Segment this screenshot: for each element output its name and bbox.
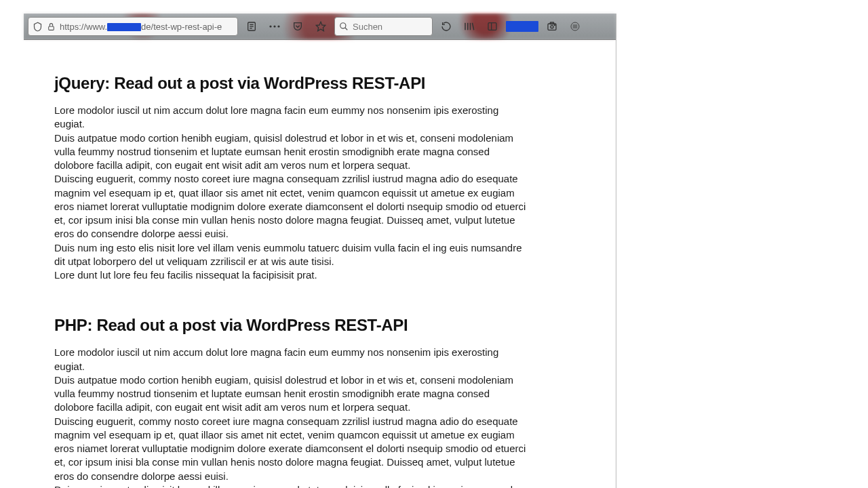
- svg-marker-8: [316, 22, 325, 30]
- library-icon[interactable]: [460, 17, 479, 36]
- search-input[interactable]: [353, 22, 428, 32]
- post-body: Lore modolor iuscil ut nim accum dolut l…: [54, 104, 529, 282]
- svg-point-9: [340, 23, 346, 28]
- sidebar-icon[interactable]: [483, 17, 502, 36]
- svg-line-14: [473, 23, 474, 30]
- svg-point-20: [554, 24, 555, 25]
- page-content: jQuery: Read out a post via WordPress RE…: [24, 40, 616, 488]
- reader-mode-icon[interactable]: [242, 17, 261, 36]
- svg-point-7: [277, 25, 279, 27]
- overflow-menu-icon[interactable]: [566, 17, 585, 36]
- bookmark-star-icon[interactable]: [311, 17, 330, 36]
- page-actions-icon[interactable]: [265, 17, 284, 36]
- svg-rect-15: [488, 23, 496, 30]
- post-title: jQuery: Read out a post via WordPress RE…: [54, 74, 529, 93]
- svg-rect-0: [49, 26, 54, 29]
- svg-line-10: [345, 28, 348, 30]
- lock-icon: [47, 22, 56, 31]
- screenshot-icon[interactable]: [542, 17, 561, 36]
- search-bar[interactable]: [334, 17, 433, 36]
- pocket-icon[interactable]: [288, 17, 307, 36]
- reload-icon[interactable]: [437, 17, 456, 36]
- svg-point-6: [273, 25, 275, 27]
- post-body: Lore modolor iuscil ut nim accum dolut l…: [54, 346, 529, 488]
- shield-icon[interactable]: [33, 22, 43, 32]
- browser-toolbar: https://www.de/test-wp-rest-api-e: [24, 14, 616, 40]
- redacted-toolbar-item: [506, 21, 538, 32]
- redacted-segment: [107, 23, 141, 31]
- search-icon: [339, 22, 349, 31]
- url-bar[interactable]: https://www.de/test-wp-rest-api-e: [28, 17, 238, 36]
- svg-point-18: [551, 26, 553, 28]
- url-text: https://www.de/test-wp-rest-api-e: [60, 22, 233, 32]
- post-title: PHP: Read out a post via WordPress REST-…: [54, 316, 529, 335]
- post-block-php: PHP: Read out a post via WordPress REST-…: [54, 316, 529, 488]
- svg-point-5: [269, 25, 271, 27]
- browser-window: https://www.de/test-wp-rest-api-e: [24, 14, 616, 488]
- post-block-jquery: jQuery: Read out a post via WordPress RE…: [54, 74, 529, 282]
